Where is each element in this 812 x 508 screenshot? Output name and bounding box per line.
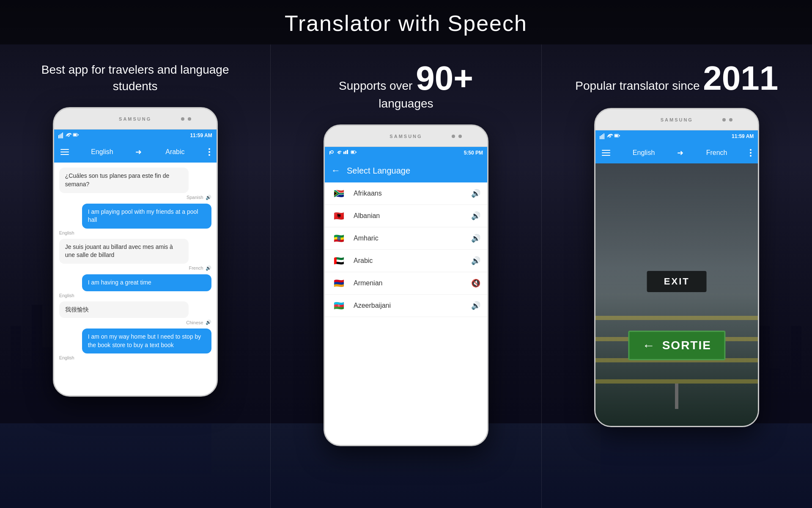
- tagline-2-big: 90+: [416, 59, 473, 97]
- msg-sent-6: I am on my way home but I need to stop b…: [82, 329, 211, 353]
- svg-rect-2: [61, 133, 62, 138]
- phone-3-wrapper: SAMSUNG 11:59 AM: [594, 108, 759, 427]
- svg-point-9: [331, 151, 333, 153]
- tagline-1: Best app for travelers and language stud…: [0, 44, 270, 107]
- phone-3: SAMSUNG 11:59 AM: [594, 108, 759, 427]
- flag-amharic: 🇪🇹: [332, 233, 347, 243]
- lang-item-arabic[interactable]: 🇦🇪 Arabic 🔊: [325, 250, 487, 272]
- speaker-arabic[interactable]: 🔊: [471, 256, 480, 265]
- speaker-afrikaans[interactable]: 🔊: [471, 189, 480, 198]
- svg-rect-17: [600, 136, 601, 139]
- svg-point-21: [609, 135, 611, 137]
- lang-item-armenian[interactable]: 🇦🇲 Armenian 🔇: [325, 272, 487, 295]
- msg-label-2: English: [59, 230, 211, 235]
- page-header: Translator with Speech: [0, 0, 812, 44]
- lang-name-arabic: Arabic: [354, 257, 464, 265]
- phone-1-to-lang: Arabic: [148, 148, 202, 156]
- dot-4: [458, 135, 462, 138]
- msg-received-1: ¿Cuáles son tus planes para este fin de …: [59, 168, 189, 193]
- sign-post: [675, 384, 678, 409]
- column-chat: Best app for travelers and language stud…: [0, 44, 271, 508]
- phone-2-wrapper: SAMSUNG 5:50 PM: [324, 124, 488, 446]
- phone-3-time: 11:59 AM: [732, 133, 754, 139]
- flag-albanian: 🇦🇱: [332, 211, 347, 221]
- speaker-icon-1[interactable]: 🔊: [206, 195, 211, 200]
- page-title: Translator with Speech: [0, 11, 812, 36]
- phone-1-time: 11:59 AM: [190, 133, 212, 138]
- phone-2-lang-toolbar: ← Select Language: [325, 159, 487, 182]
- speaker-albanian[interactable]: 🔊: [471, 211, 480, 221]
- msg-label-3: French 🔊: [59, 265, 211, 271]
- svg-rect-15: [351, 151, 354, 153]
- msg-group-6: I am on my way home but I need to stop b…: [59, 329, 211, 360]
- lang-item-albanian[interactable]: 🇦🇱 Albanian 🔊: [325, 205, 487, 227]
- msg-sent-4: I am having a great time: [82, 274, 211, 291]
- msg-label-1: Spanish 🔊: [59, 195, 211, 200]
- sortie-text: SORTIE: [662, 339, 711, 352]
- msg-group-1: ¿Cuáles son tus planes para este fin de …: [59, 168, 211, 200]
- svg-rect-1: [60, 134, 60, 138]
- tagline-3: Popular translator since 2011: [550, 44, 804, 108]
- phone-3-arrow: ➜: [677, 148, 683, 157]
- phone-1-status-icons: [58, 133, 79, 138]
- phone-3-status-bar: 11:59 AM: [595, 130, 758, 142]
- lang-select-title: Select Language: [347, 166, 410, 176]
- phone-1-wrapper: SAMSUNG 11:59 AM: [53, 107, 218, 397]
- hamburger-menu-1[interactable]: [60, 149, 69, 155]
- msg-received-3: Je suis jouant au billard avec mes amis …: [59, 239, 189, 264]
- msg-group-5: 我很愉快 Chinese 🔊: [59, 301, 211, 326]
- svg-rect-6: [74, 134, 77, 136]
- flag-arabic: 🇦🇪: [332, 256, 347, 266]
- svg-rect-3: [62, 133, 63, 138]
- svg-rect-0: [58, 135, 59, 138]
- msg-label-6: English: [59, 355, 211, 360]
- flag-armenian: 🇦🇲: [332, 278, 347, 288]
- svg-rect-20: [604, 133, 604, 139]
- phone-1: SAMSUNG 11:59 AM: [53, 107, 218, 397]
- phone-3-from-lang: English: [617, 149, 671, 157]
- lang-item-afrikaans[interactable]: 🇿🇦 Afrikaans 🔊: [325, 182, 487, 205]
- speaker-amharic[interactable]: 🔊: [471, 234, 480, 243]
- svg-rect-7: [78, 134, 79, 135]
- sortie-arrow-icon: ←: [642, 338, 656, 353]
- phone-3-to-lang: French: [690, 149, 744, 157]
- speaker-icon-3[interactable]: 🔊: [206, 265, 211, 271]
- phone-3-brand: SAMSUNG: [661, 117, 693, 122]
- flag-azerbaijani: 🇦🇿: [332, 301, 347, 311]
- three-dots-menu-1[interactable]: [208, 148, 210, 156]
- lang-item-amharic[interactable]: 🇪🇹 Amharic 🔊: [325, 227, 487, 250]
- svg-rect-8: [329, 151, 330, 155]
- phone-2-status-icons: [329, 150, 357, 156]
- msg-received-5: 我很愉快: [59, 301, 189, 318]
- speaker-icon-5[interactable]: 🔊: [206, 320, 211, 325]
- three-dots-menu-3[interactable]: [750, 149, 752, 157]
- phone-3-status-icons: [600, 133, 620, 139]
- tagline-3-big: 2011: [703, 59, 778, 97]
- phone-1-top-bar: SAMSUNG: [54, 108, 217, 130]
- lang-name-azerbaijani: Azeerbaijani: [354, 302, 464, 309]
- svg-rect-23: [615, 135, 618, 137]
- back-button-2[interactable]: ←: [331, 165, 340, 176]
- phone-3-toolbar: English ➜ French: [595, 142, 758, 163]
- msg-label-4: English: [59, 293, 211, 298]
- phone-2-status-bar: 5:50 PM: [325, 147, 487, 159]
- lang-name-amharic: Amharic: [354, 235, 464, 242]
- column-lang-select: Supports over 90+languages SAMSUNG: [271, 44, 541, 508]
- svg-rect-24: [619, 135, 620, 136]
- phone-2: SAMSUNG 5:50 PM: [324, 124, 488, 446]
- column-translation: Popular translator since 2011 SAMSUNG: [542, 44, 812, 508]
- lang-list: 🇿🇦 Afrikaans 🔊 🇦🇱 Albanian 🔊 🇪🇹 Amharic …: [325, 182, 487, 445]
- phone-3-top-bar: SAMSUNG: [595, 109, 758, 130]
- dot-2: [188, 117, 191, 121]
- phone-2-brand: SAMSUNG: [390, 134, 422, 139]
- lang-item-azerbaijani[interactable]: 🇦🇿 Azeerbaijani 🔊: [325, 295, 487, 317]
- svg-point-10: [338, 152, 340, 154]
- phone-1-status-bar: 11:59 AM: [54, 130, 217, 141]
- phone-2-dots: [452, 135, 462, 138]
- speaker-armenian[interactable]: 🔇: [471, 279, 480, 288]
- hamburger-menu-3[interactable]: [602, 150, 610, 156]
- speaker-azerbaijani[interactable]: 🔊: [471, 301, 480, 310]
- lang-name-afrikaans: Afrikaans: [354, 190, 464, 197]
- svg-rect-12: [345, 151, 346, 154]
- msg-sent-2: I am playing pool with my friends at a p…: [82, 204, 211, 229]
